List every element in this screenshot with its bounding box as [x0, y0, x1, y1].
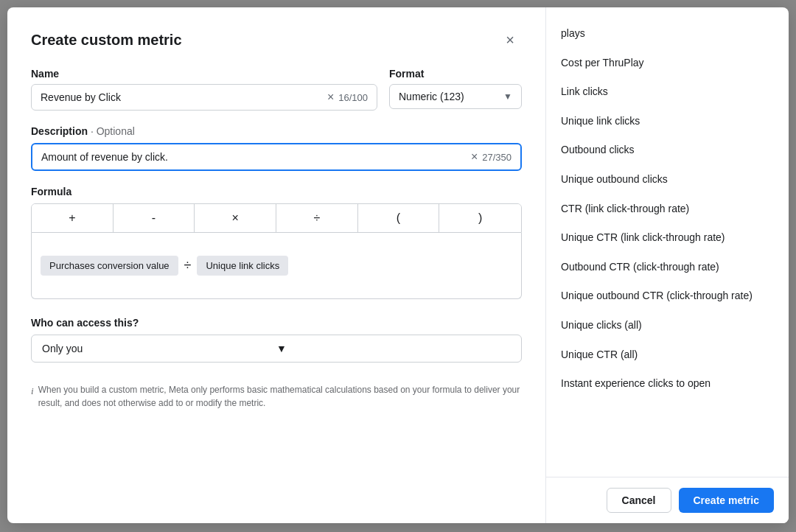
access-section: Who can access this? Only you ▼: [31, 317, 522, 363]
info-text: When you build a custom metric, Meta onl…: [38, 383, 522, 410]
formula-label: Formula: [31, 186, 522, 197]
formula-token-link-clicks: Unique link clicks: [197, 256, 288, 276]
list-item[interactable]: Outbound CTR (click-through rate): [546, 253, 789, 282]
name-group: Name × 16/100: [31, 68, 377, 111]
description-clear-icon[interactable]: ×: [471, 150, 478, 164]
op-close-paren[interactable]: ): [439, 204, 521, 232]
description-label-group: Description · Optional: [31, 125, 522, 137]
modal-right-panel: plays Cost per ThruPlay Link clicks Uniq…: [545, 7, 789, 523]
name-char-count: 16/100: [338, 92, 368, 103]
formula-section: Formula + - × ÷ ( ) Purchases conversion…: [31, 186, 522, 299]
format-select-wrapper[interactable]: Numeric (123) Percentage (%) Currency ($…: [389, 84, 522, 109]
name-format-row: Name × 16/100 Format Numeric (123): [31, 68, 522, 111]
description-label: Description · Optional: [31, 125, 522, 137]
description-input[interactable]: [41, 151, 471, 163]
access-dropdown-icon: ▼: [276, 343, 511, 354]
op-multiply[interactable]: ×: [195, 204, 276, 232]
list-item[interactable]: Unique clicks (all): [546, 311, 789, 340]
name-clear-icon[interactable]: ×: [327, 91, 334, 104]
list-item[interactable]: Outbound clicks: [546, 136, 789, 165]
name-label: Name: [31, 68, 377, 80]
access-value: Only you: [42, 343, 276, 354]
op-minus[interactable]: -: [114, 204, 195, 232]
list-item[interactable]: Link clicks: [546, 77, 789, 107]
formula-expression[interactable]: Purchases conversion value ÷ Unique link…: [31, 233, 522, 299]
op-plus[interactable]: +: [32, 204, 114, 232]
access-label: Who can access this?: [31, 317, 522, 329]
description-input-meta: × 27/350: [471, 150, 512, 164]
modal-footer: Cancel Create metric: [546, 477, 789, 523]
op-open-paren[interactable]: (: [358, 204, 440, 232]
list-item[interactable]: Unique outbound clicks: [546, 165, 789, 195]
description-optional: · Optional: [91, 125, 135, 137]
description-section: Description · Optional × 27/350: [31, 125, 522, 171]
format-select[interactable]: Numeric (123) Percentage (%) Currency ($…: [399, 91, 503, 102]
access-dropdown[interactable]: Only you ▼: [31, 335, 522, 363]
info-text-wrapper: i When you build a custom metric, Meta o…: [31, 383, 522, 410]
formula-operators: + - × ÷ ( ): [31, 203, 522, 233]
list-item[interactable]: Unique outbound CTR (click-through rate): [546, 281, 789, 311]
name-input-wrapper[interactable]: × 16/100: [31, 84, 377, 111]
create-custom-metric-modal: Create custom metric × Name × 16/100: [7, 7, 789, 523]
modal-left-panel: Create custom metric × Name × 16/100: [7, 7, 545, 523]
formula-token-purchases: Purchases conversion value: [41, 256, 178, 276]
op-divide[interactable]: ÷: [276, 204, 358, 232]
list-item[interactable]: Unique link clicks: [546, 107, 789, 136]
modal-header: Create custom metric ×: [31, 28, 522, 52]
list-item[interactable]: Unique CTR (link click-through rate): [546, 223, 789, 253]
list-item[interactable]: plays: [546, 19, 789, 49]
format-dropdown-icon: ▼: [503, 91, 512, 102]
modal-overlay: Create custom metric × Name × 16/100: [0, 0, 796, 532]
modal-title: Create custom metric: [31, 32, 182, 49]
close-button[interactable]: ×: [498, 28, 522, 52]
create-metric-button[interactable]: Create metric: [679, 488, 775, 513]
description-char-count: 27/350: [482, 152, 512, 163]
format-label: Format: [389, 68, 522, 80]
description-input-wrapper[interactable]: × 27/350: [31, 143, 522, 171]
name-input-meta: × 16/100: [327, 91, 368, 104]
cancel-button[interactable]: Cancel: [607, 488, 671, 513]
metric-list: plays Cost per ThruPlay Link clicks Uniq…: [546, 19, 789, 413]
list-item[interactable]: CTR (link click-through rate): [546, 195, 789, 224]
list-item[interactable]: Cost per ThruPlay: [546, 49, 789, 78]
close-icon: ×: [506, 32, 514, 49]
name-input[interactable]: [41, 91, 327, 103]
list-item[interactable]: Unique CTR (all): [546, 340, 789, 370]
formula-op-divide: ÷: [184, 258, 192, 273]
info-icon: i: [31, 384, 34, 399]
list-item[interactable]: Instant experience clicks to open: [546, 369, 789, 399]
format-group: Format Numeric (123) Percentage (%) Curr…: [389, 68, 522, 109]
